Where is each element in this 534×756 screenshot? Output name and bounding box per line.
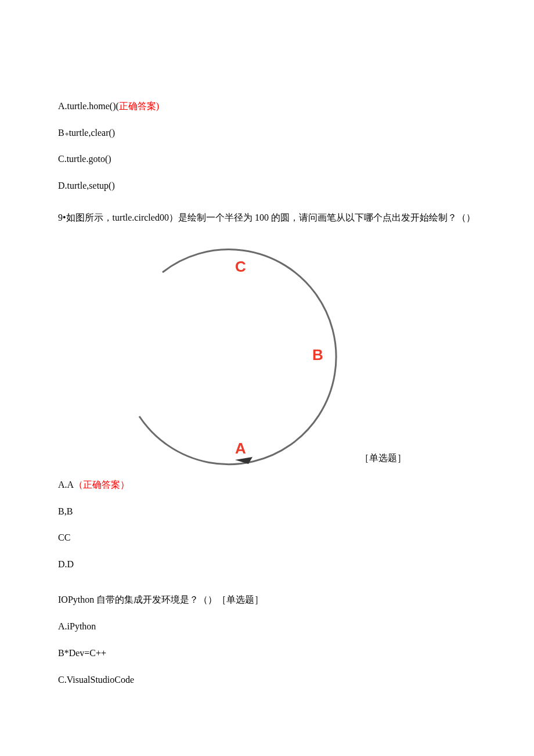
q9-option-a-correct: （正确答案） <box>74 480 129 489</box>
q9-figure: C B A ［单选题］ <box>104 237 406 467</box>
figure-label-b: B <box>312 343 323 368</box>
circle-arc <box>139 250 336 465</box>
q8-option-c: C.turtle.goto() <box>58 152 476 167</box>
q9-option-d: D.D <box>58 557 476 572</box>
q9-option-c: CC <box>58 530 476 545</box>
q9-prompt: 9•如图所示，turtle.circled00）是绘制一个半径为 100 的圆，… <box>58 207 476 229</box>
q9-option-b: B,B <box>58 504 476 519</box>
figure-label-a: A <box>235 437 246 461</box>
q8-option-d: D.turtle,setup() <box>58 178 476 193</box>
q9-option-a-text: A.A <box>58 480 74 489</box>
q8-option-a-text: A.turtle.home()( <box>58 101 119 111</box>
q8-option-a: A.turtle.home()(正确答案) <box>58 99 476 114</box>
circle-diagram <box>104 237 406 467</box>
q10-option-b: B*Dev=C++ <box>58 646 476 661</box>
figure-label-c: C <box>235 255 246 279</box>
q8-option-b: B₊turtle,clear() <box>58 125 476 141</box>
q9-option-a: A.A（正确答案） <box>58 477 476 492</box>
q10-option-a: A.iPython <box>58 619 476 634</box>
q10-prompt: IOPython 自带的集成开发环境是？（）［单选题］ <box>58 589 476 611</box>
q8-option-a-correct: 正确答案) <box>119 101 159 111</box>
q10-option-c: C.VisualStudioCode <box>58 672 476 687</box>
q9-tag: ［单选题］ <box>360 451 406 466</box>
